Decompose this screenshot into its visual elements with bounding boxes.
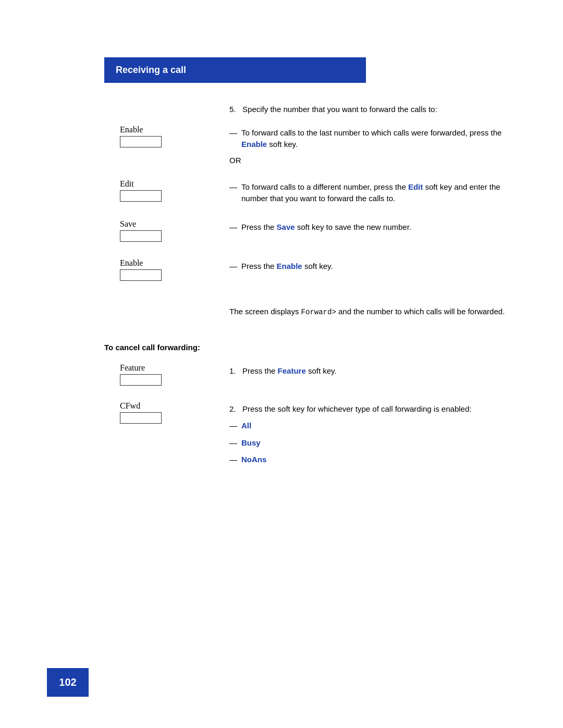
step5-left: [104, 104, 219, 116]
enable-second-label: Enable: [120, 258, 143, 268]
screen-display-right: The screen displays Forward> and the num…: [219, 298, 521, 334]
dash-noans: —: [229, 454, 237, 466]
cfwd-bullets: — All — Busy — NoAns: [229, 420, 521, 466]
main-content: 5. Specify the number that you want to f…: [0, 104, 563, 334]
enable-second-right: — Press the Enable soft key.: [219, 258, 521, 288]
bullet-all: — All: [229, 420, 521, 432]
page-number: 102: [59, 676, 76, 688]
cfwd-label: CFwd: [120, 401, 140, 411]
cancel-step2-right: 2. Press the soft key for whichever type…: [219, 401, 521, 471]
dash-1: —: [229, 127, 237, 151]
enable-first-text: To forward calls to the last number to w…: [241, 127, 521, 151]
edit-left: Edit: [104, 179, 219, 210]
or-label: OR: [229, 156, 521, 165]
step5-number: 5.: [229, 105, 236, 114]
bullet-busy: — Busy: [229, 437, 521, 449]
save-section: Save — Press the Save soft key to save t…: [104, 219, 521, 249]
save-label: Save: [120, 219, 136, 229]
cancel-step2-left: CFwd: [104, 401, 219, 471]
enable-first-left: Enable: [104, 125, 219, 170]
step5-right: 5. Specify the number that you want to f…: [219, 104, 521, 116]
edit-right: — To forward calls to a different number…: [219, 179, 521, 210]
save-box: [120, 230, 162, 242]
screen-display-left: [104, 298, 219, 334]
step5-text: 5. Specify the number that you want to f…: [229, 104, 521, 116]
enable-first-bullet: — To forward calls to the last number to…: [229, 127, 521, 151]
save-bullet: — Press the Save soft key to save the ne…: [229, 221, 521, 233]
feature-box: [120, 374, 162, 386]
all-text: All: [241, 420, 251, 432]
enable-second-section: Enable — Press the Enable soft key.: [104, 258, 521, 288]
header-banner: Receiving a call: [104, 57, 366, 83]
noans-text: NoAns: [241, 454, 266, 466]
enable-second-left: Enable: [104, 258, 219, 288]
edit-box: [120, 190, 162, 202]
dash-all: —: [229, 420, 237, 432]
edit-label: Edit: [120, 179, 134, 189]
enable-second-text: Press the Enable soft key.: [241, 261, 333, 273]
header-title: Receiving a call: [116, 65, 186, 75]
dash-4: —: [229, 261, 237, 273]
cancel-heading: To cancel call forwarding:: [104, 343, 521, 352]
bullet-noans: — NoAns: [229, 454, 521, 466]
cancel-section: To cancel call forwarding: Feature 1. Pr…: [0, 343, 563, 471]
edit-text: To forward calls to a different number, …: [241, 181, 521, 205]
save-right: — Press the Save soft key to save the ne…: [219, 219, 521, 249]
edit-bullet: — To forward calls to a different number…: [229, 181, 521, 205]
screen-display-text: The screen displays Forward> and the num…: [229, 306, 521, 318]
cancel-step2: CFwd 2. Press the soft key for whichever…: [104, 401, 521, 471]
step5-section: 5. Specify the number that you want to f…: [104, 104, 521, 116]
feature-link: Feature: [278, 366, 306, 375]
cancel-step1-right: 1. Press the Feature soft key.: [219, 363, 521, 393]
save-left: Save: [104, 219, 219, 249]
screen-display-section: The screen displays Forward> and the num…: [104, 298, 521, 334]
save-text: Press the Save soft key to save the new …: [241, 221, 411, 233]
enable-second-bullet: — Press the Enable soft key.: [229, 261, 521, 273]
cfwd-box: [120, 412, 162, 424]
busy-text: Busy: [241, 437, 261, 449]
dash-busy: —: [229, 437, 237, 449]
enable-first-box: [120, 136, 162, 147]
forward-code: Forward>: [301, 308, 336, 316]
cancel-step2-text: 2. Press the soft key for whichever type…: [229, 403, 521, 415]
enable-first-right: — To forward calls to the last number to…: [219, 125, 521, 170]
feature-label: Feature: [120, 363, 145, 373]
edit-section: Edit — To forward calls to a different n…: [104, 179, 521, 210]
cancel-step1-text: 1. Press the Feature soft key.: [229, 365, 521, 377]
cancel-step1: Feature 1. Press the Feature soft key.: [104, 363, 521, 393]
dash-3: —: [229, 221, 237, 233]
step5-content: Specify the number that you want to forw…: [242, 105, 437, 114]
enable-second-box: [120, 269, 162, 281]
dash-2: —: [229, 181, 237, 205]
cancel-step1-left: Feature: [104, 363, 219, 393]
enable-first-label: Enable: [120, 125, 143, 134]
enable-first-section: Enable — To forward calls to the last nu…: [104, 125, 521, 170]
page-number-box: 102: [47, 668, 89, 697]
